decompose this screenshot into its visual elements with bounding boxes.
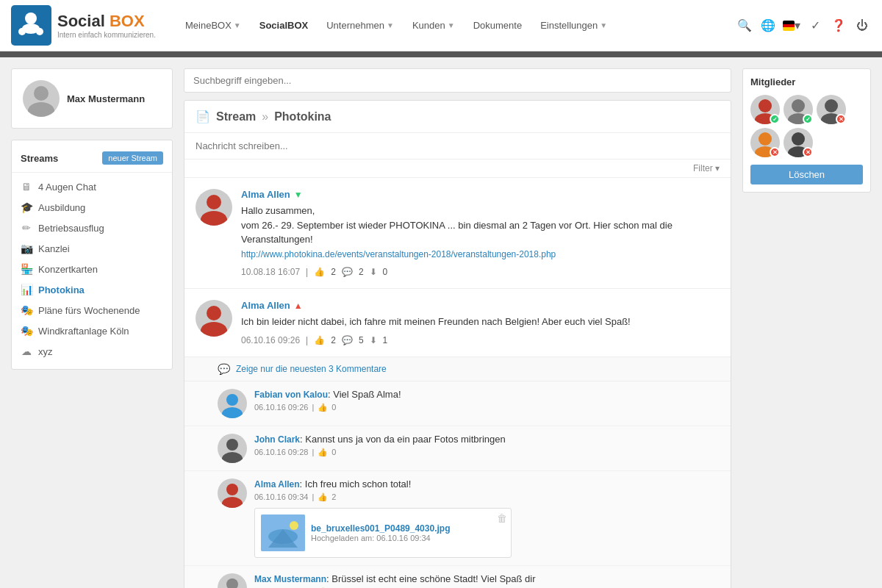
content-header: 📄 Stream » Photokina [184,101,731,133]
status-check-icon[interactable]: ✓ [806,17,824,35]
svg-point-16 [222,497,243,508]
nav-meinebox[interactable]: MeineBOX ▼ [178,14,248,37]
like-icon-2[interactable]: 👍 [314,335,325,345]
comment-like-icon-1[interactable]: 👍 [318,403,328,412]
post-text-2: Ich bin leider nicht dabei, ich fahre mi… [241,315,720,329]
svg-point-27 [825,99,838,112]
svg-point-20 [290,521,298,530]
nav-socialbox[interactable]: SocialBOX [252,14,315,37]
cloud-icon: ☁ [21,345,32,357]
comment-icon-2[interactable]: 💬 [342,335,353,345]
content-panel: 📄 Stream » Photokina Filter ▾ A [184,100,731,588]
nav-einstellungen[interactable]: Einstellungen ▼ [533,14,614,37]
member-2[interactable]: ✓ [784,95,813,124]
member-badge-3: ✕ [836,114,846,124]
download-icon-1[interactable]: ⬇ [370,267,377,277]
store-icon: 🏪 [21,263,32,275]
delete-button[interactable]: Löschen [750,165,863,184]
sidebar-item-4augenchat[interactable]: 🖥 4 Augen Chat [12,176,172,197]
file-delete-icon[interactable]: 🗑 [497,512,507,524]
sidebar-item-kanzlei[interactable]: 📷 Kanzlei [12,238,172,259]
file-attachment: be_bruxelles001_P0489_4030.jpg Hochgelad… [254,508,512,558]
nav-links: MeineBOX ▼ SocialBOX Unternehmen ▼ Kunde… [178,14,736,37]
right-panel: Mitglieder ✓ ✓ [742,68,871,588]
graduation-icon: 🎓 [21,201,32,213]
top-nav-right: 🔍 🌐 ▾ ✓ ❓ ⏻ [736,17,871,35]
download-icon-2[interactable]: ⬇ [370,335,377,345]
members-title: Mitglieder [750,76,863,87]
member-3[interactable]: ✕ [817,95,846,124]
search-icon[interactable]: 🔍 [736,17,753,35]
comment-body-max: Max Mustermann: Brüssel ist echt eine sc… [254,573,720,589]
sidebar-item-ausbildung[interactable]: 🎓 Ausbildung [12,197,172,218]
sidebar-item-betriebsausflug[interactable]: ✏ Betriebsausflug [12,218,172,238]
svg-point-31 [792,132,805,146]
pencil-icon: ✏ [21,222,32,234]
comment-body-2: John Clark: Kannst uns ja von da ein paa… [254,434,720,463]
sidebar-item-photokina[interactable]: 📊 Photokina [12,279,172,300]
sidebar: Max Mustermann Streams neuer Stream 🖥 4 … [11,68,173,588]
post-avatar-1 [196,189,232,226]
svg-point-8 [201,211,227,226]
nav-unternehmen[interactable]: Unternehmen ▼ [319,14,401,37]
member-1[interactable]: ✓ [750,95,780,124]
speech-bubble-icon: 💬 [218,363,230,375]
new-stream-button[interactable]: neuer Stream [102,151,163,165]
streams-section: Streams neuer Stream 🖥 4 Augen Chat 🎓 Au… [11,140,173,370]
message-input[interactable] [196,140,720,151]
svg-point-21 [226,578,238,589]
comment-avatar-2 [218,434,247,463]
post-2: Alma Allen ▲ Ich bin leider nicht dabei,… [184,289,731,357]
svg-point-6 [28,102,54,117]
filter-bar: Filter ▾ [184,159,731,178]
sidebar-item-windkraft[interactable]: 🎭 Windkraftanlage Köln [12,320,172,341]
logo-area: Social BOX Intern einfach kommunizieren. [11,5,156,46]
flag-icon[interactable]: ▾ [783,17,800,35]
post-1: Alma Allen ▼ Hallo zusammen, vom 26.- 29… [184,178,731,289]
nav-arrow-4: ▼ [600,21,607,29]
monitor-icon: 🖥 [21,181,32,193]
brand-name: Social BOX [57,12,156,31]
member-4[interactable]: ✕ [750,128,780,157]
comment-avatar-1 [218,389,247,418]
file-info: be_bruxelles001_P0489_4030.jpg Hochgelad… [311,523,450,542]
help-icon[interactable]: ❓ [830,17,847,35]
sidebar-item-konzertkarten[interactable]: 🏪 Konzertkarten [12,259,172,279]
comment-icon-1[interactable]: 💬 [342,267,353,277]
nav-arrow: ▼ [234,21,241,29]
nav-arrow-3: ▼ [448,21,455,29]
priority-down-icon: ▼ [294,190,303,200]
like-icon-1[interactable]: 👍 [314,267,325,277]
comment-like-icon-3[interactable]: 👍 [318,492,328,502]
comment-meta-2: 06.10.16 09:28 | 👍 0 [254,448,720,457]
post-text-1: Hallo zusammen, vom 26.- 29. September i… [241,204,720,261]
content-area: 📄 Stream » Photokina Filter ▾ A [184,68,731,588]
svg-point-25 [792,99,805,112]
member-5[interactable]: ✕ [784,128,813,157]
svg-point-23 [759,99,772,112]
globe-icon[interactable]: 🌐 [759,17,777,35]
nav-kunden[interactable]: Kunden ▼ [405,14,462,37]
post-author-1: Alma Allen ▼ [241,189,720,200]
main-layout: Max Mustermann Streams neuer Stream 🖥 4 … [0,57,882,588]
comment-meta-1: 06.10.16 09:26 | 👍 0 [254,403,720,412]
comment-like-icon-2[interactable]: 👍 [318,448,328,457]
comment-body-3: Alma Allen: Ich freu mich schon total! 0… [254,478,720,558]
sidebar-item-wochenende[interactable]: 🎭 Pläne fürs Wochenende [12,300,172,320]
filter-label[interactable]: Filter ▾ [693,163,720,173]
post-link-1[interactable]: http://www.photokina.de/events/veranstal… [241,249,556,259]
power-icon[interactable]: ⏻ [853,17,871,35]
search-input[interactable] [184,68,731,93]
sidebar-item-xyz[interactable]: ☁ xyz [12,341,172,362]
post-content-2: Alma Allen ▲ Ich bin leider nicht dabei,… [241,300,720,345]
show-comments-bar[interactable]: 💬 Zeige nur die neuesten 3 Kommentare [184,357,731,381]
post-content-1: Alma Allen ▼ Hallo zusammen, vom 26.- 29… [241,189,720,277]
members-panel: Mitglieder ✓ ✓ [742,68,871,193]
post-avatar-2 [196,300,232,337]
comment-max: Max Mustermann: Brüssel ist echt eine sc… [184,566,731,589]
post-meta-1: 10.08.18 16:07 | 👍 2 💬 2 ⬇ 0 [241,267,720,277]
streams-title: Streams [21,153,58,164]
member-badge-1: ✓ [770,114,780,124]
svg-point-1 [25,12,37,24]
nav-dokumente[interactable]: Dokumente [466,14,529,37]
